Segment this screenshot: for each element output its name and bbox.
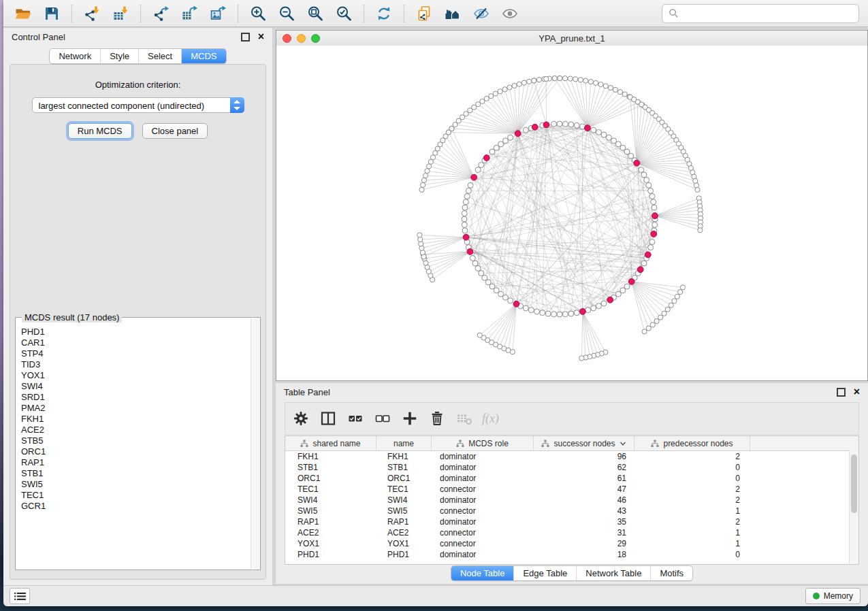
delete-table-button[interactable] — [455, 410, 473, 427]
close-window-icon[interactable] — [283, 34, 291, 43]
mcds-result-item[interactable]: SWI4 — [21, 381, 251, 392]
table-cell: 1 — [634, 506, 750, 516]
mcds-result-item[interactable]: PMA2 — [21, 403, 251, 414]
save-session-button[interactable] — [43, 5, 61, 22]
minimize-window-icon[interactable] — [297, 34, 306, 43]
deselect-all-button[interactable] — [374, 410, 391, 427]
table-cell: 62 — [534, 462, 634, 473]
table-row[interactable]: YOX1YOX1connector291 — [285, 538, 858, 549]
table-cell: ORC1 — [285, 473, 376, 484]
network-window-titlebar: YPA_prune.txt_1 — [276, 31, 867, 46]
mcds-result-item[interactable]: RAP1 — [21, 457, 251, 468]
table-tab-motifs[interactable]: Motifs — [650, 566, 692, 580]
table-row[interactable]: ORC1ORC1dominator610 — [285, 473, 858, 484]
table-cell: dominator — [432, 451, 534, 462]
search-input[interactable] — [683, 6, 858, 21]
delete-selected-button[interactable] — [428, 410, 446, 427]
table-settings-button[interactable] — [292, 410, 310, 427]
toolbar-separator — [238, 5, 238, 22]
network-graph[interactable] — [276, 46, 867, 380]
mcds-result-item[interactable]: GCR1 — [21, 501, 251, 512]
mcds-result-item[interactable]: CAR1 — [21, 337, 251, 348]
maximize-window-icon[interactable] — [311, 34, 320, 43]
mcds-result-scrollbar[interactable] — [251, 318, 259, 569]
column-header-predecessor-nodes[interactable]: predecessor nodes — [634, 436, 750, 450]
task-history-button[interactable] — [10, 588, 30, 604]
optimization-criterion-dropdown[interactable]: largest connected component (undirected) — [32, 97, 244, 113]
table-tab-node-table[interactable]: Node Table — [451, 566, 514, 580]
new-network-from-selection-button[interactable] — [415, 5, 433, 22]
tab-select[interactable]: Select — [138, 49, 181, 63]
table-body: FKH1FKH1dominator962STB1STB1dominator620… — [285, 451, 858, 560]
table-cell: 47 — [534, 484, 634, 495]
column-header-successor-nodes[interactable]: successor nodes — [534, 436, 634, 450]
zoom-selected-button[interactable] — [335, 5, 353, 22]
network-canvas[interactable] — [276, 46, 867, 380]
first-neighbors-button[interactable] — [444, 5, 462, 22]
zoom-fit-button[interactable] — [306, 5, 324, 22]
table-row[interactable]: TEC1TEC1connector472 — [285, 484, 858, 495]
import-table-button[interactable] — [112, 5, 129, 22]
table-row[interactable]: PHD1PHD1dominator180 — [285, 549, 858, 560]
column-header-mcds-role[interactable]: MCDS role — [432, 436, 534, 450]
table-cell: STB1 — [376, 462, 432, 473]
memory-button[interactable]: Memory — [805, 588, 861, 604]
select-all-button[interactable] — [347, 410, 364, 427]
float-panel-icon[interactable] — [241, 33, 250, 42]
zoom-in-button[interactable] — [249, 5, 267, 22]
table-row[interactable]: SWI5SWI5connector431 — [285, 506, 858, 516]
mcds-result-item[interactable]: SRD1 — [21, 392, 251, 403]
table-row[interactable]: RAP1RAP1dominator352 — [285, 516, 858, 527]
table-tab-edge-table[interactable]: Edge Table — [513, 566, 576, 580]
table-row[interactable]: FKH1FKH1dominator962 — [285, 451, 858, 462]
table-row[interactable]: SWI4SWI4dominator462 — [285, 495, 858, 506]
tab-network[interactable]: Network — [50, 49, 100, 63]
table-scrollbar-thumb[interactable] — [851, 455, 857, 513]
mcds-result-item[interactable]: PHD1 — [21, 327, 251, 337]
mcds-result-item[interactable]: STB5 — [21, 435, 251, 446]
toolbar-separator — [404, 5, 404, 22]
mcds-result-item[interactable]: TEC1 — [21, 490, 251, 501]
mcds-result-item[interactable]: STP4 — [21, 348, 251, 359]
search-icon — [669, 8, 679, 18]
open-session-button[interactable] — [14, 5, 32, 22]
table-scrollbar[interactable] — [849, 450, 858, 564]
dropdown-stepper-icon[interactable] — [230, 97, 244, 113]
table-row[interactable]: ACE2ACE2connector311 — [285, 527, 858, 538]
run-mcds-button[interactable]: Run MCDS — [68, 123, 132, 139]
mcds-result-item[interactable]: FKH1 — [21, 414, 251, 425]
mcds-result-item[interactable]: ORC1 — [21, 446, 251, 457]
show-all-button[interactable] — [501, 5, 519, 22]
column-header-shared-name[interactable]: shared name — [285, 436, 376, 450]
mcds-result-item[interactable]: SWI5 — [21, 479, 251, 490]
export-table-button[interactable] — [180, 5, 198, 22]
column-label: name — [393, 439, 414, 448]
table-row[interactable]: STB1STB1dominator620 — [285, 462, 858, 473]
table-cell: YOX1 — [285, 538, 376, 549]
mcds-result-item[interactable]: STB1 — [21, 468, 251, 479]
tab-mcds[interactable]: MCDS — [181, 49, 225, 63]
export-network-button[interactable] — [152, 5, 170, 22]
mcds-result-item[interactable]: TID3 — [21, 359, 251, 370]
show-column-panel-button[interactable] — [319, 410, 337, 427]
table-cell: 0 — [634, 462, 750, 473]
mcds-result-item[interactable]: YOX1 — [21, 370, 251, 381]
export-image-button[interactable] — [209, 5, 227, 22]
hide-selected-button[interactable] — [472, 5, 490, 22]
function-builder-icon[interactable]: f(x) — [482, 412, 499, 426]
column-header-name[interactable]: name — [376, 436, 432, 450]
import-network-button[interactable] — [83, 5, 101, 22]
tab-style[interactable]: Style — [100, 49, 138, 63]
network-nodes[interactable] — [417, 76, 703, 361]
add-column-button[interactable] — [401, 410, 419, 427]
network-window-title: YPA_prune.txt_1 — [539, 33, 605, 44]
apply-layout-button[interactable] — [375, 5, 393, 22]
zoom-out-button[interactable] — [278, 5, 295, 22]
float-table-panel-icon[interactable] — [837, 388, 846, 397]
table-tab-network-table[interactable]: Network Table — [576, 566, 650, 580]
close-panel-button[interactable]: Close panel — [142, 123, 208, 139]
close-table-panel-icon[interactable]: × — [854, 389, 860, 395]
mcds-result-item[interactable]: ACE2 — [21, 425, 251, 435]
search-box[interactable] — [662, 4, 859, 23]
close-panel-icon[interactable]: × — [258, 33, 264, 40]
